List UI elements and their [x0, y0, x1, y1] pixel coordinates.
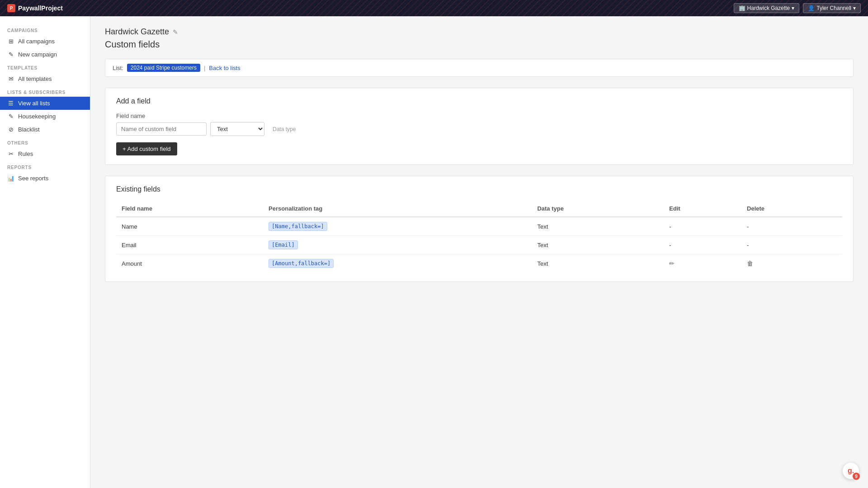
edit-field-button[interactable]: ✏	[669, 260, 675, 267]
data-type-cell: Text	[532, 236, 664, 254]
sidebar-item-rules[interactable]: ✂ Rules	[0, 147, 90, 160]
org-icon: 🏢	[739, 5, 745, 11]
tag-badge: [Amount,fallback=]	[269, 259, 334, 268]
delete-cell[interactable]: 🗑	[741, 254, 842, 273]
sidebar-item-label: New campaign	[18, 51, 57, 58]
delete-cell: -	[741, 217, 842, 236]
personalization-tag-cell: [Email]	[263, 236, 532, 254]
personalization-tag-cell: [Name,fallback=]	[263, 217, 532, 236]
lists-icon: ☰	[7, 100, 14, 107]
page-title-row: Hardwick Gazette ✎	[105, 27, 854, 37]
data-type-cell: Text	[532, 254, 664, 273]
sidebar-item-label: Rules	[18, 150, 33, 157]
housekeeping-icon: ✎	[7, 113, 14, 120]
sidebar-item-label: See reports	[18, 175, 48, 182]
brand: P PaywallProject	[7, 4, 63, 12]
org-chevron-icon: ▾	[792, 5, 794, 11]
campaigns-icon: ⊞	[7, 38, 14, 45]
sidebar-item-all-templates[interactable]: ✉ All templates	[0, 72, 90, 85]
data-type-select[interactable]: Text Number Date Yes/No	[210, 122, 264, 136]
user-icon: 👤	[808, 5, 815, 11]
grammarly-badge[interactable]: g. 9	[843, 463, 859, 479]
main-content: Hardwick Gazette ✎ Custom fields List: 2…	[90, 16, 868, 488]
add-field-card: Add a field Field name Text Number Date …	[105, 88, 854, 165]
grammarly-count: 9	[853, 473, 860, 480]
topbar-right: 🏢 Hardwick Gazette ▾ 👤 Tyler Channell ▾	[734, 3, 861, 13]
sidebar: CAMPAIGNS ⊞ All campaigns ✎ New campaign…	[0, 16, 90, 488]
tag-badge: [Email]	[269, 240, 298, 249]
sidebar-item-label: All campaigns	[18, 38, 55, 45]
col-field-name: Field name	[116, 201, 263, 217]
sidebar-item-blacklist[interactable]: ⊘ Blacklist	[0, 123, 90, 136]
list-tag[interactable]: 2024 paid Stripe customers	[127, 64, 200, 72]
add-field-title: Add a field	[116, 97, 842, 105]
user-name: Tyler Channell	[816, 5, 851, 11]
sidebar-item-label: View all lists	[18, 100, 50, 107]
col-data-type: Data type	[532, 201, 664, 217]
edit-cell: -	[664, 217, 741, 236]
edit-cell: -	[664, 236, 741, 254]
sidebar-item-new-campaign[interactable]: ✎ New campaign	[0, 48, 90, 61]
list-label: List:	[113, 65, 123, 71]
table-body: Name[Name,fallback=]Text--Email[Email]Te…	[116, 217, 842, 272]
others-section-label: OTHERS	[0, 136, 90, 147]
table-row: Name[Name,fallback=]Text--	[116, 217, 842, 236]
delete-cell: -	[741, 236, 842, 254]
brand-name: PaywallProject	[18, 5, 63, 12]
blacklist-icon: ⊘	[7, 126, 14, 133]
col-personalization-tag: Personalization tag	[263, 201, 532, 217]
edit-org-name-button[interactable]: ✎	[173, 28, 178, 36]
table-header: Field name Personalization tag Data type…	[116, 201, 842, 217]
existing-fields-card: Existing fields Field name Personalizati…	[105, 176, 854, 282]
existing-fields-title: Existing fields	[116, 185, 842, 193]
user-chevron-icon: ▾	[853, 5, 856, 11]
rules-icon: ✂	[7, 150, 14, 157]
page-title: Hardwick Gazette	[105, 27, 169, 37]
field-name-group: Field name Text Number Date Yes/No Data …	[116, 113, 842, 142]
delete-field-button[interactable]: 🗑	[747, 260, 753, 267]
new-campaign-icon: ✎	[7, 51, 14, 58]
table-row: Amount[Amount,fallback=]Text✏🗑	[116, 254, 842, 273]
campaigns-section-label: CAMPAIGNS	[0, 23, 90, 35]
data-type-cell: Text	[532, 217, 664, 236]
reports-icon: 📊	[7, 175, 14, 182]
sidebar-item-housekeeping[interactable]: ✎ Housekeeping	[0, 110, 90, 123]
layout: CAMPAIGNS ⊞ All campaigns ✎ New campaign…	[0, 16, 868, 488]
col-delete: Delete	[741, 201, 842, 217]
sidebar-item-see-reports[interactable]: 📊 See reports	[0, 172, 90, 185]
list-separator: |	[204, 65, 205, 71]
field-name-cell: Email	[116, 236, 263, 254]
add-field-form-row: Text Number Date Yes/No Data type	[116, 122, 842, 136]
reports-section-label: REPORTS	[0, 160, 90, 172]
lists-section-label: LISTS & SUBSCRIBERS	[0, 85, 90, 97]
data-type-label: Data type	[268, 123, 300, 135]
templates-section-label: TEMPLATES	[0, 61, 90, 72]
templates-icon: ✉	[7, 75, 14, 82]
personalization-tag-cell: [Amount,fallback=]	[263, 254, 532, 273]
sidebar-item-label: Housekeeping	[18, 113, 56, 120]
user-menu-button[interactable]: 👤 Tyler Channell ▾	[803, 3, 861, 13]
sidebar-item-label: Blacklist	[18, 126, 40, 133]
list-bar: List: 2024 paid Stripe customers | Back …	[105, 59, 854, 77]
table-row: Email[Email]Text--	[116, 236, 842, 254]
org-switcher-button[interactable]: 🏢 Hardwick Gazette ▾	[734, 3, 800, 13]
sidebar-item-view-all-lists[interactable]: ☰ View all lists	[0, 97, 90, 110]
field-name-cell: Name	[116, 217, 263, 236]
field-name-cell: Amount	[116, 254, 263, 273]
add-custom-field-button[interactable]: + Add custom field	[116, 142, 177, 155]
org-name: Hardwick Gazette	[747, 5, 790, 11]
back-to-lists-link[interactable]: Back to lists	[209, 65, 240, 71]
sidebar-item-label: All templates	[18, 75, 52, 82]
sidebar-item-all-campaigns[interactable]: ⊞ All campaigns	[0, 35, 90, 48]
col-edit: Edit	[664, 201, 741, 217]
topbar: P PaywallProject 🏢 Hardwick Gazette ▾ 👤 …	[0, 0, 868, 16]
page-subtitle: Custom fields	[105, 39, 854, 50]
field-name-input[interactable]	[116, 122, 207, 136]
tag-badge: [Name,fallback=]	[269, 222, 327, 231]
field-name-label: Field name	[116, 113, 842, 119]
logo-icon: P	[7, 4, 15, 12]
edit-cell[interactable]: ✏	[664, 254, 741, 273]
existing-fields-table: Field name Personalization tag Data type…	[116, 201, 842, 272]
